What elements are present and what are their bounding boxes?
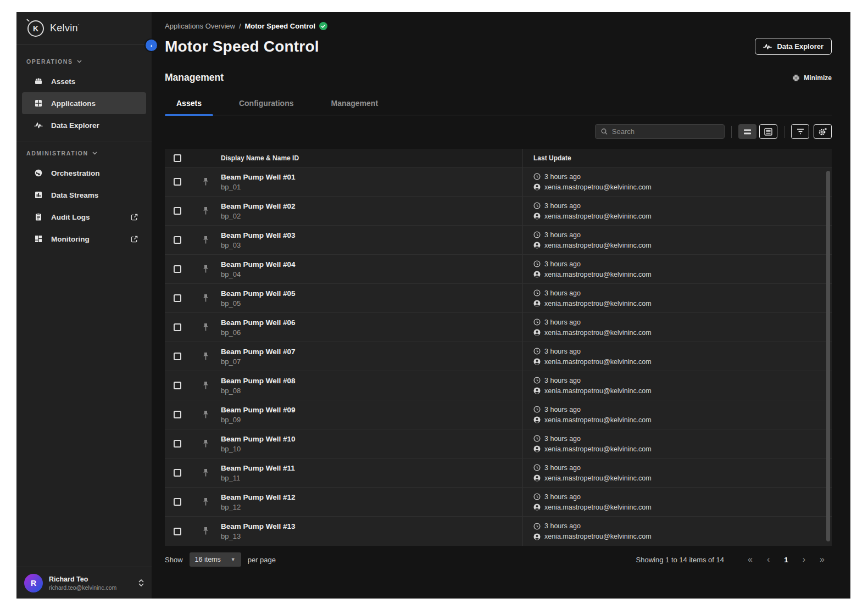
clock-icon [533, 231, 541, 238]
pin-icon[interactable] [202, 294, 209, 303]
pin-icon[interactable] [202, 206, 209, 216]
pin-icon[interactable] [202, 177, 209, 187]
row-checkbox[interactable] [174, 265, 181, 273]
sidebar-item-label: Monitoring [51, 235, 90, 243]
pin-icon[interactable] [202, 527, 209, 536]
first-page-button[interactable]: « [741, 555, 760, 564]
table-row[interactable]: Beam Pump Well #03 bp_03 3 hours ago xen… [165, 226, 832, 255]
toolbar-divider [731, 126, 732, 138]
pin-icon[interactable] [202, 236, 209, 245]
minimize-button[interactable]: Minimize [792, 74, 832, 82]
pin-icon[interactable] [202, 468, 209, 478]
column-header-name[interactable]: Display Name & Name ID [221, 154, 522, 162]
table-row[interactable]: Beam Pump Well #12 bp_12 3 hours ago xen… [165, 488, 832, 517]
row-checkbox[interactable] [174, 411, 181, 418]
sidebar-item-audit-logs[interactable]: Audit Logs [22, 206, 146, 228]
main-content: Applications Overview / Motor Speed Cont… [152, 12, 850, 599]
breadcrumb-separator: / [239, 22, 241, 30]
asset-display-name: Beam Pump Well #06 [221, 318, 522, 327]
pin-icon[interactable] [202, 381, 209, 390]
table-row[interactable]: Beam Pump Well #01 bp_01 3 hours ago xen… [165, 167, 832, 197]
table-row[interactable]: Beam Pump Well #05 bp_05 3 hours ago xen… [165, 284, 832, 313]
orchestration-icon [34, 169, 43, 177]
search-input[interactable] [612, 127, 719, 136]
last-update-user: xenia.mastropetrou@kelvininc.com [544, 242, 652, 249]
gear-icon [818, 127, 827, 136]
table-row[interactable]: Beam Pump Well #06 bp_06 3 hours ago xen… [165, 313, 832, 342]
last-update-user: xenia.mastropetrou@kelvininc.com [544, 504, 652, 511]
tab-management[interactable]: Management [319, 99, 390, 115]
table-row[interactable]: Beam Pump Well #07 bp_07 3 hours ago xen… [165, 342, 832, 371]
row-checkbox[interactable] [174, 528, 181, 535]
section-label: ADMINISTRATION [26, 150, 88, 156]
last-update-time: 3 hours ago [544, 406, 581, 413]
pin-icon[interactable] [202, 323, 209, 332]
next-page-button[interactable]: › [795, 555, 813, 564]
user-email: richard.teo@kelvininc.com [49, 584, 116, 591]
section-header-operations[interactable]: OPERATIONS [16, 54, 152, 70]
clock-icon [533, 173, 541, 180]
sidebar-nav: OPERATIONS Assets Applications Data Expl… [16, 45, 152, 255]
table-row[interactable]: Beam Pump Well #13 bp_13 3 hours ago xen… [165, 517, 832, 546]
user-profile[interactable]: R Richard Teo richard.teo@kelvininc.com [16, 567, 152, 599]
table-row[interactable]: Beam Pump Well #04 bp_04 3 hours ago xen… [165, 255, 832, 284]
logo-text: Kelvin [50, 23, 78, 33]
row-checkbox[interactable] [174, 440, 181, 448]
table-settings-button[interactable] [814, 124, 832, 139]
select-all-checkbox[interactable] [174, 154, 181, 162]
previous-page-button[interactable]: ‹ [760, 555, 777, 564]
pin-icon[interactable] [202, 410, 209, 420]
row-checkbox[interactable] [174, 469, 181, 477]
pin-icon[interactable] [202, 497, 209, 507]
last-page-button[interactable]: » [813, 555, 832, 564]
asset-name-id: bp_04 [221, 270, 522, 278]
section-header-administration[interactable]: ADMINISTRATION [16, 146, 152, 162]
pin-icon[interactable] [202, 265, 209, 274]
table-row[interactable]: Beam Pump Well #09 bp_09 3 hours ago xen… [165, 400, 832, 429]
sidebar-item-orchestration[interactable]: Orchestration [22, 162, 146, 184]
chevron-down-icon [92, 152, 97, 155]
sidebar-item-applications[interactable]: Applications [22, 92, 146, 114]
row-checkbox[interactable] [174, 236, 181, 244]
sidebar-item-assets[interactable]: Assets [22, 70, 146, 92]
table-row[interactable]: Beam Pump Well #11 bp_11 3 hours ago xen… [165, 459, 832, 488]
tab-assets[interactable]: Assets [165, 99, 213, 115]
compact-rows-view-button[interactable] [738, 124, 756, 139]
page-size-dropdown[interactable]: 16 items ▼ [190, 552, 241, 567]
sidebar-item-data-explorer[interactable]: Data Explorer [22, 114, 146, 136]
clock-icon [533, 260, 541, 267]
breadcrumb-parent[interactable]: Applications Overview [165, 22, 235, 30]
pin-icon[interactable] [202, 352, 209, 361]
breadcrumb-current: Motor Speed Control [245, 22, 316, 30]
data-explorer-button[interactable]: Data Explorer [755, 38, 832, 55]
sidebar-collapse-button[interactable]: ‹ [146, 40, 157, 51]
last-update-user: xenia.mastropetrou@kelvininc.com [544, 533, 652, 540]
asset-name-id: bp_12 [221, 503, 522, 511]
asset-name-id: bp_05 [221, 299, 522, 308]
row-checkbox[interactable] [174, 207, 181, 215]
row-checkbox[interactable] [174, 498, 181, 506]
asset-name-id: bp_13 [221, 532, 522, 540]
vertical-scrollbar[interactable] [826, 171, 830, 541]
current-page-number: 1 [777, 556, 795, 564]
last-update-user: xenia.mastropetrou@kelvininc.com [544, 416, 652, 424]
chevron-down-icon [77, 60, 82, 63]
row-checkbox[interactable] [174, 323, 181, 331]
filter-icon [797, 128, 804, 135]
detailed-rows-view-button[interactable] [759, 124, 777, 139]
tab-configurations[interactable]: Configurations [227, 99, 305, 115]
table-row[interactable]: Beam Pump Well #02 bp_02 3 hours ago xen… [165, 197, 832, 226]
row-checkbox[interactable] [174, 294, 181, 302]
column-header-last-update[interactable]: Last Update [533, 154, 832, 162]
table-row[interactable]: Beam Pump Well #08 bp_08 3 hours ago xen… [165, 371, 832, 400]
last-update-user: xenia.mastropetrou@kelvininc.com [544, 474, 652, 482]
filter-button[interactable] [791, 124, 809, 139]
row-checkbox[interactable] [174, 353, 181, 360]
asset-display-name: Beam Pump Well #13 [221, 522, 522, 530]
pin-icon[interactable] [202, 439, 209, 449]
sidebar-item-monitoring[interactable]: Monitoring [22, 228, 146, 250]
table-row[interactable]: Beam Pump Well #10 bp_10 3 hours ago xen… [165, 429, 832, 459]
sidebar-item-data-streams[interactable]: Data Streams [22, 184, 146, 206]
row-checkbox[interactable] [174, 382, 181, 389]
row-checkbox[interactable] [174, 178, 181, 186]
